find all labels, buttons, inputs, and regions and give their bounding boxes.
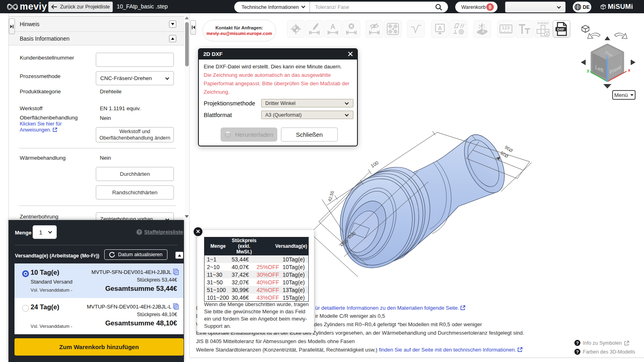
back-to-projects-button[interactable]: Zurück zur Projektliste xyxy=(48,2,113,12)
toolbar-text-size-button[interactable] xyxy=(516,20,533,38)
globe-icon xyxy=(574,4,581,10)
dxf-file-icon: DXF xyxy=(555,22,568,36)
toolbar-text-display-button[interactable]: A xyxy=(431,20,449,38)
scroll-down-arrow[interactable] xyxy=(185,215,189,218)
shipping-option-24-days[interactable]: 24 Tag(e) Vsl. Versanddatum - MVTUP-SFN-… xyxy=(14,298,184,334)
collapse-shipping-button[interactable] xyxy=(175,252,183,259)
through-hardening-button[interactable]: Durchhärten xyxy=(96,167,174,181)
modal-close-button[interactable]: Schließen xyxy=(281,128,338,142)
info-symbols-link[interactable]: ? Info zu Symbolen xyxy=(574,340,629,346)
search-bar: Technische Informationen xyxy=(234,2,448,12)
scrollbar-thumb[interactable] xyxy=(185,22,189,66)
rotate-right-triangle[interactable] xyxy=(631,60,636,65)
language-label: DE xyxy=(583,4,590,10)
toolbar-ruler-button[interactable]: 123 xyxy=(497,20,515,38)
shipping-date: Vsl. Versanddatum - xyxy=(31,324,72,329)
toolbar-datum-target-button[interactable] xyxy=(287,20,305,38)
search-category-dropdown[interactable]: Technische Informationen xyxy=(234,4,305,10)
modal-header[interactable]: 2D DXF ✕ xyxy=(199,49,357,60)
projection-select[interactable]: Dritter Winkel xyxy=(261,99,353,107)
cart-button[interactable]: Warenkorb 0 xyxy=(455,2,497,12)
search-icon[interactable] xyxy=(435,4,442,11)
text-display-icon: A xyxy=(434,23,446,35)
file-name: 10_FAtp_basic .step xyxy=(117,0,168,13)
toolbar-edit-dimension-button[interactable] xyxy=(305,20,323,38)
instructions-link-line2[interactable]: Anweisungen. xyxy=(20,127,57,133)
rotate-left-arrow[interactable] xyxy=(588,33,600,39)
radio-selected[interactable] xyxy=(22,270,29,277)
toolbar-engraving-button[interactable]: A xyxy=(473,20,491,38)
toolbar-six-views-button[interactable]: 6VIEWS xyxy=(534,20,552,38)
hide-dimension-icon xyxy=(368,23,380,35)
text-size-icon xyxy=(518,23,531,35)
rotate-up-arrow[interactable] xyxy=(605,36,610,40)
instructions-link-line1[interactable]: Klicken Sie hier für xyxy=(20,121,62,127)
search-input[interactable] xyxy=(310,4,435,10)
section-header-hinweis[interactable]: Hinweis xyxy=(9,16,184,32)
tech-info-link[interactable]: finden Sie auf der Seite mit den technis… xyxy=(379,347,516,353)
toolbar-dxf-export-button[interactable]: DXF xyxy=(553,20,570,38)
toolbar-delete-dimension-button[interactable] xyxy=(343,20,360,38)
section-title: Hinweis xyxy=(20,21,39,27)
close-icon[interactable]: ✕ xyxy=(347,51,354,58)
view-cube-nav[interactable]: Top Left Front y x z xyxy=(572,24,644,93)
product-category-value: Drehteile xyxy=(100,88,122,95)
order-panel: Menge 1 ? Staffelpreisliste Versandtag(e… xyxy=(8,220,184,362)
svg-text:123: 123 xyxy=(502,26,510,30)
language-button[interactable]: DE xyxy=(573,2,591,12)
instructions-link-text[interactable]: Anweisungen. xyxy=(20,127,52,133)
footer-line6: Weitere Standardtoleranzen (Konzentrizit… xyxy=(196,347,522,353)
add-to-cart-button[interactable]: Zum Warenkorb hinzufügen xyxy=(14,338,184,356)
sheet-format-select[interactable]: A3 (Querformat) xyxy=(261,111,353,119)
view-menu-button[interactable]: Menü xyxy=(612,90,636,100)
meviy-logo[interactable]: meviy xyxy=(6,1,47,12)
rotate-right-arrow[interactable] xyxy=(615,33,627,39)
download-button[interactable]: Herunterladen xyxy=(221,128,277,142)
scroll-up-arrow[interactable] xyxy=(185,16,189,19)
through-hardening-label: Durchhärten xyxy=(120,171,150,177)
colors-3d-link[interactable]: ? Farben des 3D-Modells xyxy=(574,349,635,355)
expand-section-button[interactable] xyxy=(169,21,176,28)
engraving-icon: A xyxy=(475,23,489,35)
popup-close-button[interactable]: ✕ xyxy=(194,227,202,236)
collapse-section-button[interactable] xyxy=(169,35,176,42)
material-info-link[interactable]: ür detaillierte Informationen zu den Mat… xyxy=(315,305,459,311)
rotate-down-triangle[interactable] xyxy=(603,84,611,88)
order-number-input[interactable] xyxy=(96,53,174,67)
meviy-infinity-icon xyxy=(6,3,19,11)
contact-label: Kontakt für Anfragen: xyxy=(215,25,263,30)
project-dropdown[interactable] xyxy=(505,2,566,12)
process-method-select[interactable]: CNC-Fräsen/-Drehen xyxy=(96,71,174,85)
price-list-link[interactable]: Staffelpreisliste xyxy=(144,229,183,235)
external-link-icon xyxy=(518,347,522,352)
collapse-main-handle[interactable] xyxy=(190,20,196,35)
quantity-select[interactable]: 1 xyxy=(33,225,57,239)
toolbar-hide-dimension-button[interactable] xyxy=(365,20,383,38)
shipping-option-10-days[interactable]: 10 Tag(e) Standard Versand Vsl. Versandd… xyxy=(14,263,184,298)
update-date-button[interactable]: Datum aktualisieren xyxy=(104,249,167,260)
chevron-down-icon xyxy=(345,101,349,105)
toolbar-hole-pattern-button[interactable] xyxy=(384,20,402,38)
colors-3d-label: Farben des 3D-Modells xyxy=(583,349,635,355)
section-header-basis-informationen[interactable]: Basis Informationen xyxy=(9,32,184,45)
case-hardening-button[interactable]: Randschichthärten xyxy=(96,185,174,200)
cube-icon[interactable] xyxy=(582,25,589,33)
divider xyxy=(19,148,176,148)
collapse-panel-handle[interactable] xyxy=(9,19,15,34)
chevron-down-icon xyxy=(345,112,349,116)
price-list-link-wrap[interactable]: ? Staffelpreisliste xyxy=(136,229,183,235)
external-link-icon xyxy=(460,305,465,310)
toolbar-geometric-tolerance-button[interactable] xyxy=(450,20,467,38)
radio-unselected[interactable] xyxy=(22,305,29,312)
toolbar-surface-roughness-button[interactable] xyxy=(407,20,425,38)
rotate-left-triangle[interactable] xyxy=(581,60,586,65)
misumi-logo[interactable]: MiSUMi xyxy=(600,0,633,13)
copy-icon[interactable] xyxy=(173,303,179,311)
copy-icon[interactable] xyxy=(173,269,179,277)
left-panel-scrollbar[interactable] xyxy=(185,13,189,220)
panel-divider xyxy=(189,13,190,358)
toolbar-text-dimension-button[interactable]: A xyxy=(324,20,342,38)
triangle-up-icon xyxy=(171,37,174,40)
misumi-text: MiSUMi xyxy=(608,3,633,11)
change-material-button[interactable]: Werkstoff undOberflächenbehandlung änder… xyxy=(96,127,174,142)
